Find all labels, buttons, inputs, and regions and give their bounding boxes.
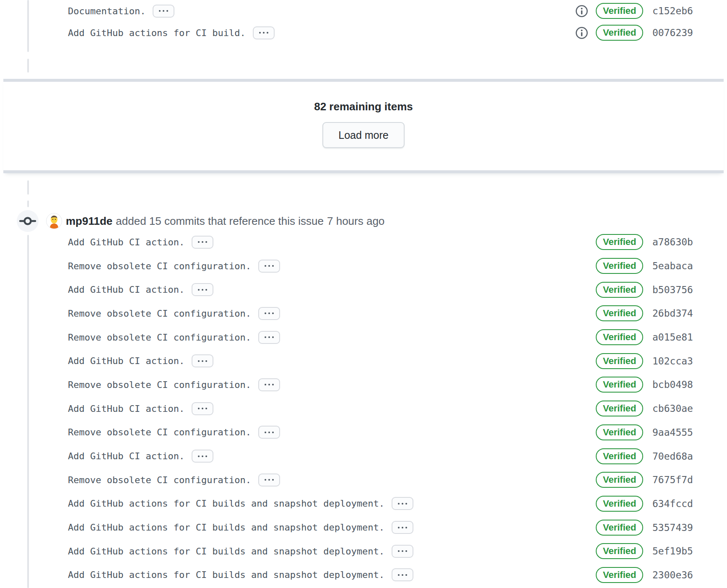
commit-hash-link[interactable]: bcb0498 <box>652 379 693 390</box>
verified-badge[interactable]: Verified <box>596 234 643 250</box>
timeline-pagination: 82 remaining items Load more <box>3 79 724 173</box>
commit-row: Add GitHub CI action. Verified 70ed68a <box>0 444 727 468</box>
commit-row: Add GitHub actions for CI builds and sna… <box>0 515 727 539</box>
expand-commit-message-button[interactable] <box>153 5 174 18</box>
info-icon[interactable] <box>575 26 588 39</box>
timeline-line-dash <box>27 200 29 207</box>
expand-commit-message-button[interactable] <box>192 236 213 249</box>
commit-message-link[interactable]: Add GitHub actions for CI builds and sna… <box>68 522 384 533</box>
commit-message-link[interactable]: Remove obsolete CI configuration. <box>68 380 251 390</box>
verified-badge[interactable]: Verified <box>596 567 643 583</box>
commit-message-link[interactable]: Documentation. <box>68 6 145 16</box>
expand-commit-message-button[interactable] <box>258 331 280 344</box>
commit-hash-link[interactable]: 102cca3 <box>652 356 693 367</box>
commit-message-link[interactable]: Add GitHub actions for CI build. <box>68 28 246 38</box>
commit-row: Documentation. Verified c152eb6 <box>0 0 727 22</box>
commit-hash-link[interactable]: b503756 <box>652 284 693 295</box>
expand-commit-message-button[interactable] <box>258 378 280 391</box>
timeline-line-dash <box>27 180 29 195</box>
commit-hash-link[interactable]: a015e81 <box>652 332 693 343</box>
verified-badge[interactable]: Verified <box>596 353 643 369</box>
commit-hash-link[interactable]: a78630b <box>652 237 693 247</box>
verified-badge[interactable]: Verified <box>596 520 643 536</box>
verified-badge[interactable]: Verified <box>596 3 643 19</box>
commit-row: Add GitHub actions for CI builds and sna… <box>0 539 727 563</box>
expand-commit-message-button[interactable] <box>258 307 280 320</box>
commit-hash-link[interactable]: 0076239 <box>652 27 693 38</box>
commit-message-link[interactable]: Add GitHub CI action. <box>68 356 184 366</box>
commit-event-text: mp911de added 15 commits that reference … <box>66 210 384 232</box>
commit-message-link[interactable]: Remove obsolete CI configuration. <box>68 427 251 437</box>
expand-commit-message-button[interactable] <box>258 474 280 487</box>
expand-commit-message-button[interactable] <box>192 402 213 415</box>
commit-message-link[interactable]: Add GitHub CI action. <box>68 284 184 295</box>
commit-row: Add GitHub actions for CI builds and sna… <box>0 492 727 516</box>
expand-commit-message-button[interactable] <box>392 497 413 510</box>
commit-message-link[interactable]: Remove obsolete CI configuration. <box>68 308 251 319</box>
commit-hash-link[interactable]: 7675f7d <box>652 474 693 485</box>
event-timestamp: 7 hours ago <box>327 215 384 228</box>
commit-row: Add GitHub actions for CI builds and sna… <box>0 563 727 587</box>
verified-badge[interactable]: Verified <box>596 258 643 274</box>
expand-commit-message-button[interactable] <box>192 450 213 463</box>
commit-hash-link[interactable]: 2300e36 <box>652 570 693 580</box>
commit-message-link[interactable]: Remove obsolete CI configuration. <box>68 261 251 271</box>
verified-badge[interactable]: Verified <box>596 472 643 488</box>
expand-commit-message-button[interactable] <box>253 26 275 39</box>
expand-commit-message-button[interactable] <box>192 283 213 296</box>
verified-badge[interactable]: Verified <box>596 448 643 464</box>
expand-commit-message-button[interactable] <box>392 521 413 534</box>
timeline-line-dash <box>27 59 29 73</box>
commit-hash-link[interactable]: 5ef19b5 <box>652 546 693 557</box>
expand-commit-message-button[interactable] <box>392 545 413 558</box>
commit-message-link[interactable]: Add GitHub actions for CI builds and sna… <box>68 546 384 557</box>
commit-row: Remove obsolete CI configuration. Verifi… <box>0 302 727 325</box>
commit-event-header: mp911de added 15 commits that reference … <box>0 210 727 232</box>
verified-badge[interactable]: Verified <box>596 282 643 298</box>
commit-message-link[interactable]: Remove obsolete CI configuration. <box>68 332 251 343</box>
commit-row: Remove obsolete CI configuration. Verifi… <box>0 468 727 492</box>
info-icon[interactable] <box>575 5 588 18</box>
commit-row: Add GitHub CI action. Verified b503756 <box>0 278 727 302</box>
verified-badge[interactable]: Verified <box>596 424 643 440</box>
commit-row: Add GitHub actions for CI build. Verifie… <box>0 22 727 44</box>
commit-message-link[interactable]: Add GitHub actions for CI builds and sna… <box>68 498 384 509</box>
expand-commit-message-button[interactable] <box>258 426 280 439</box>
avatar[interactable] <box>46 213 62 229</box>
commit-hash-link[interactable]: 9aa4555 <box>652 427 693 438</box>
top-commit-list: Documentation. Verified c152eb6 Add GitH… <box>0 0 727 44</box>
commit-hash-link[interactable]: 70ed68a <box>652 451 693 462</box>
expand-commit-message-button[interactable] <box>192 354 213 367</box>
verified-badge[interactable]: Verified <box>596 25 643 41</box>
commit-hash-link[interactable]: 5eabaca <box>652 260 693 271</box>
commit-row: Add GitHub CI action. Verified 102cca3 <box>0 349 727 373</box>
event-action-text: added 15 commits that reference this iss… <box>116 215 324 228</box>
load-more-button[interactable]: Load more <box>322 122 405 148</box>
commit-row: Remove obsolete CI configuration. Verifi… <box>0 254 727 278</box>
expand-commit-message-button[interactable] <box>258 260 280 273</box>
commit-message-link[interactable]: Add GitHub CI action. <box>68 451 184 461</box>
git-commit-icon <box>17 210 39 232</box>
commit-hash-link[interactable]: 5357439 <box>652 522 693 533</box>
actor-link[interactable]: mp911de <box>66 215 112 228</box>
commit-hash-link[interactable]: cb630ae <box>652 403 693 414</box>
verified-badge[interactable]: Verified <box>596 543 643 559</box>
verified-badge[interactable]: Verified <box>596 496 643 512</box>
remaining-items-text: 82 remaining items <box>3 100 724 113</box>
verified-badge[interactable]: Verified <box>596 329 643 345</box>
commit-row: Remove obsolete CI configuration. Verifi… <box>0 325 727 349</box>
verified-badge[interactable]: Verified <box>596 305 643 321</box>
commit-row: Remove obsolete CI configuration. Verifi… <box>0 421 727 445</box>
commit-row: Remove obsolete CI configuration. Verifi… <box>0 373 727 397</box>
commit-message-link[interactable]: Add GitHub actions for CI builds and sna… <box>68 570 384 580</box>
expand-commit-message-button[interactable] <box>392 568 413 581</box>
verified-badge[interactable]: Verified <box>596 401 643 416</box>
commit-message-link[interactable]: Add GitHub CI action. <box>68 403 184 414</box>
verified-badge[interactable]: Verified <box>596 377 643 393</box>
commit-hash-link[interactable]: c152eb6 <box>652 5 693 16</box>
commit-hash-link[interactable]: 26bd374 <box>652 308 693 319</box>
commit-row: Add GitHub CI action. Verified a78630b <box>0 230 727 254</box>
commit-message-link[interactable]: Remove obsolete CI configuration. <box>68 475 251 485</box>
commit-message-link[interactable]: Add GitHub CI action. <box>68 237 184 247</box>
commit-hash-link[interactable]: 634fccd <box>652 498 693 509</box>
